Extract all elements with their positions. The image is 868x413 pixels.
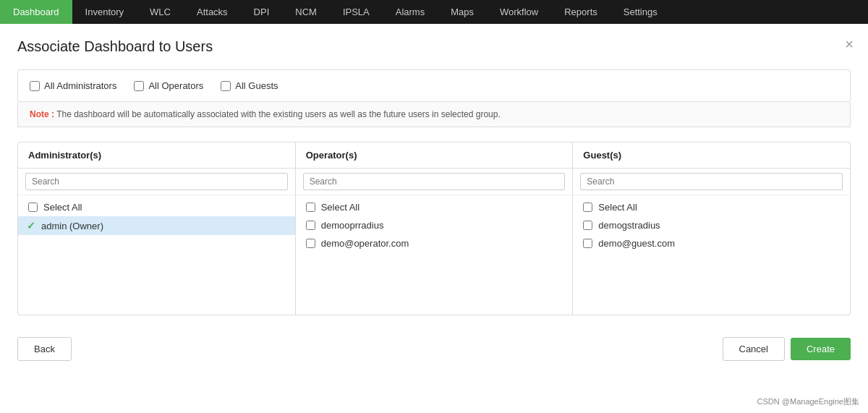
operators-item-0[interactable]: demooprradius <box>296 216 573 234</box>
guests-item-0[interactable]: demogstradius <box>573 216 850 234</box>
all-guests-checkbox-item[interactable]: All Guests <box>221 80 278 91</box>
nav-dashboard[interactable]: Dashboard <box>0 0 72 24</box>
admins-item-0[interactable]: ✓ admin (Owner) <box>18 216 295 235</box>
group-checkbox-row: All Administrators All Operators All Gue… <box>17 69 851 102</box>
operators-item-0-checkbox[interactable] <box>306 221 315 230</box>
nav-alarms[interactable]: Alarms <box>383 0 438 24</box>
all-admins-checkbox[interactable] <box>30 81 40 91</box>
note-label: Note : <box>30 109 54 119</box>
operators-item-0-label: demooprradius <box>321 220 384 231</box>
guests-search-wrapper <box>573 169 850 195</box>
all-admins-checkbox-item[interactable]: All Administrators <box>30 80 116 91</box>
nav-wlc[interactable]: WLC <box>137 0 184 24</box>
guests-select-all[interactable]: Select All <box>573 198 850 216</box>
guests-search-input[interactable] <box>580 173 843 190</box>
admins-select-all[interactable]: Select All <box>18 198 295 216</box>
all-operators-checkbox[interactable] <box>134 81 144 91</box>
user-selector-container: Administrator(s) Select All ✓ admin (Own… <box>17 142 851 315</box>
navbar: Dashboard Inventory WLC Attacks DPI NCM … <box>0 0 868 24</box>
admins-item-0-label: admin (Owner) <box>41 221 103 231</box>
operators-select-all-label: Select All <box>321 202 359 213</box>
guests-item-1-label: demo@guest.com <box>598 238 675 249</box>
all-guests-checkbox[interactable] <box>221 81 231 91</box>
all-operators-checkbox-item[interactable]: All Operators <box>134 80 203 91</box>
guests-select-all-checkbox[interactable] <box>583 203 592 212</box>
cancel-button[interactable]: Cancel <box>723 337 785 361</box>
nav-reports[interactable]: Reports <box>551 0 610 24</box>
guests-column-header: Guest(s) <box>573 142 850 169</box>
admins-column: Administrator(s) Select All ✓ admin (Own… <box>18 142 296 315</box>
guests-list: Select All demogstradius demo@guest.com <box>573 195 850 315</box>
operators-list: Select All demooprradius demo@operator.c… <box>296 195 573 315</box>
admin-owner-checkmark: ✓ <box>27 220 35 231</box>
note-box: Note : The dashboard will be automatical… <box>17 102 851 127</box>
nav-ipsla[interactable]: IPSLA <box>330 0 383 24</box>
admins-select-all-label: Select All <box>43 202 82 213</box>
operators-item-1-checkbox[interactable] <box>306 239 315 248</box>
admins-column-header: Administrator(s) <box>18 142 295 169</box>
nav-maps[interactable]: Maps <box>438 0 487 24</box>
close-button[interactable]: × <box>845 37 854 51</box>
operators-column-header: Operator(s) <box>296 142 573 169</box>
operators-item-1-label: demo@operator.com <box>321 238 409 249</box>
admins-select-all-checkbox[interactable] <box>28 203 38 212</box>
operators-select-all-checkbox[interactable] <box>306 203 315 212</box>
operators-search-wrapper <box>296 169 573 195</box>
all-admins-label: All Administrators <box>44 80 116 91</box>
nav-workflow[interactable]: Workflow <box>487 0 551 24</box>
guests-item-1-checkbox[interactable] <box>583 239 592 248</box>
guests-column: Guest(s) Select All demogstradius demo@g… <box>573 142 850 315</box>
back-button[interactable]: Back <box>17 337 72 361</box>
guests-item-0-checkbox[interactable] <box>583 221 592 230</box>
operators-search-input[interactable] <box>303 173 566 190</box>
guests-select-all-label: Select All <box>598 202 637 213</box>
note-text: The dashboard will be automatically asso… <box>56 109 501 119</box>
admins-search-input[interactable] <box>25 173 288 190</box>
operators-select-all[interactable]: Select All <box>296 198 573 216</box>
operators-item-1[interactable]: demo@operator.com <box>296 234 573 252</box>
nav-inventory[interactable]: Inventory <box>72 0 137 24</box>
all-guests-label: All Guests <box>235 80 278 91</box>
create-button[interactable]: Create <box>791 338 851 360</box>
all-operators-label: All Operators <box>148 80 203 91</box>
guests-item-1[interactable]: demo@guest.com <box>573 234 850 252</box>
operators-column: Operator(s) Select All demooprradius dem… <box>296 142 574 315</box>
admins-list: Select All ✓ admin (Owner) <box>18 195 295 315</box>
nav-attacks[interactable]: Attacks <box>184 0 241 24</box>
guests-item-0-label: demogstradius <box>598 220 660 231</box>
footer: Back Cancel Create <box>17 330 851 365</box>
main-content: Associate Dashboard to Users × All Admin… <box>0 24 868 413</box>
page-title: Associate Dashboard to Users <box>17 38 851 55</box>
nav-ncm[interactable]: NCM <box>282 0 330 24</box>
footer-right: Cancel Create <box>723 337 851 361</box>
nav-settings[interactable]: Settings <box>610 0 671 24</box>
admins-search-wrapper <box>18 169 295 195</box>
nav-dpi[interactable]: DPI <box>241 0 283 24</box>
